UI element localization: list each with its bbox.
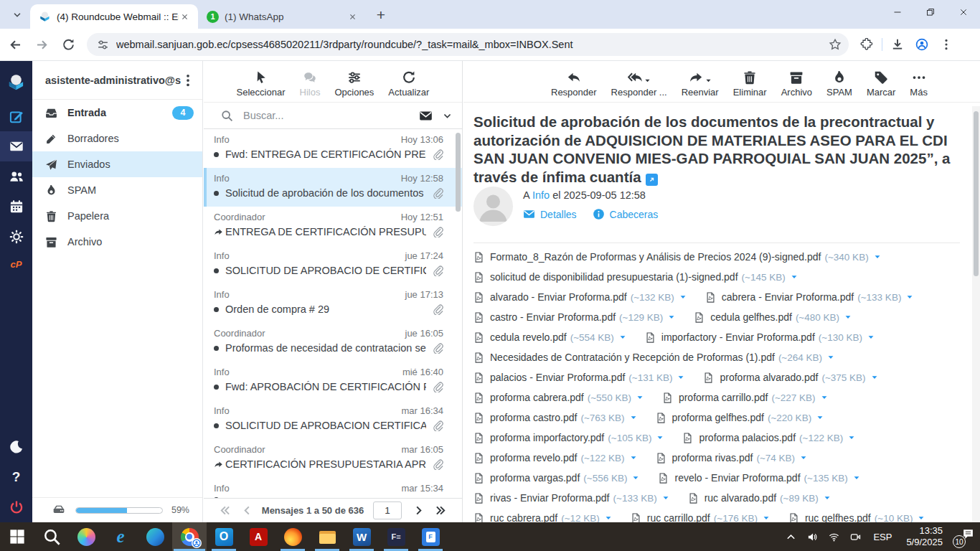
meet-now-button[interactable] bbox=[844, 522, 866, 551]
message-row[interactable]: Infomar 16:34 SOLICITUD DE APROBACION CE… bbox=[204, 400, 462, 439]
attachment-item[interactable]: proforma gelfhes.pdf (~220 KB) bbox=[656, 412, 824, 423]
folder-item-enviados[interactable]: Enviados bbox=[32, 151, 202, 177]
attachment-item[interactable]: imporfactory - Enviar Proforma.pdf (~130… bbox=[645, 331, 875, 343]
browser-menu-button[interactable] bbox=[936, 34, 957, 55]
taskbar-copilot-button[interactable] bbox=[69, 522, 103, 551]
browser-tab[interactable]: 1 (1) WhatsApp bbox=[198, 4, 366, 29]
tray-expand-button[interactable] bbox=[780, 522, 801, 551]
site-settings-icon[interactable] bbox=[97, 39, 109, 51]
attachment-item[interactable]: cedula gelfhes.pdf (~480 KB) bbox=[694, 311, 852, 323]
volume-button[interactable] bbox=[801, 522, 823, 551]
recipient-link[interactable]: Info bbox=[532, 189, 550, 201]
mail-toolbar-reply-all-button[interactable]: Responder ... bbox=[611, 67, 667, 98]
taskbar-edge-button[interactable] bbox=[138, 522, 172, 551]
mail-scrollbar-thumb[interactable] bbox=[974, 111, 979, 276]
reload-button[interactable] bbox=[57, 33, 80, 56]
new-tab-button[interactable]: + bbox=[372, 6, 390, 24]
open-in-new-window-icon[interactable] bbox=[646, 174, 658, 186]
message-row[interactable]: Infojue 17:13 Orden de compra # 29 bbox=[204, 284, 462, 323]
cabeceras-link[interactable]: Cabeceras bbox=[593, 208, 659, 220]
tab-close-button[interactable] bbox=[347, 11, 359, 23]
attachment-item[interactable]: proforma rivas.pdf (~74 KB) bbox=[656, 452, 807, 463]
rail-help-button[interactable]: ? bbox=[0, 462, 32, 492]
profile-button[interactable] bbox=[911, 34, 933, 55]
taskbar-ie-button[interactable]: e bbox=[103, 522, 138, 551]
attachment-item[interactable]: ruc alvarado.pdf (~89 KB) bbox=[688, 492, 831, 504]
page-number-input[interactable] bbox=[373, 501, 402, 519]
attachment-item[interactable]: proforma alvarado.pdf (~375 KB) bbox=[703, 372, 877, 383]
minimize-button[interactable] bbox=[881, 0, 914, 24]
folder-item-borradores[interactable]: Borradores bbox=[32, 126, 202, 151]
folder-item-entrada[interactable]: Entrada 4 bbox=[32, 100, 202, 126]
language-indicator[interactable]: ESP bbox=[873, 532, 892, 542]
taskbar-start-button[interactable] bbox=[0, 522, 34, 551]
clock[interactable]: 13:35 5/9/2025 bbox=[906, 525, 943, 548]
attachment-item[interactable]: cedula revelo.pdf (~554 KB) bbox=[473, 331, 626, 343]
mail-toolbar-trash-button[interactable]: Eliminar bbox=[733, 67, 767, 98]
attachment-item[interactable]: castro - Enviar Proforma.pdf (~129 KB) bbox=[473, 311, 675, 323]
taskbar-search-button[interactable] bbox=[34, 522, 69, 551]
message-list-scrollbar[interactable] bbox=[456, 133, 461, 212]
network-button[interactable] bbox=[823, 522, 844, 551]
message-row[interactable]: InfoHoy 13:06 Fwd: ENTREGA DE CERTIFICAC… bbox=[204, 129, 462, 168]
list-toolbar-refresh-button[interactable]: Actualizar bbox=[388, 67, 429, 98]
attachment-item[interactable]: palacios - Enviar Proforma.pdf (~131 KB) bbox=[473, 372, 684, 383]
folder-item-papelera[interactable]: Papelera bbox=[32, 203, 202, 229]
rail-contacts-button[interactable] bbox=[0, 161, 32, 192]
url-bar[interactable]: webmail.sanjuan.gob.ec/cpsess4685020211/… bbox=[87, 33, 849, 56]
rail-mail-button[interactable] bbox=[0, 131, 32, 161]
list-toolbar-threads-button[interactable]: Hilos bbox=[300, 67, 321, 98]
rail-calendar-button[interactable] bbox=[0, 192, 32, 222]
taskbar-outlook-button[interactable]: O bbox=[207, 522, 241, 551]
attachment-item[interactable]: solicitud de disponibilidad presupuestar… bbox=[473, 271, 798, 283]
search-options-chevron-icon[interactable] bbox=[443, 111, 452, 121]
attachment-item[interactable]: proforma carrillo.pdf (~227 KB) bbox=[662, 392, 828, 403]
rail-compose-button[interactable] bbox=[0, 101, 32, 131]
taskbar-word-button[interactable]: W bbox=[344, 522, 379, 551]
message-row[interactable]: Infomar 15:34 bbox=[204, 478, 462, 498]
list-toolbar-select-button[interactable]: Seleccionar bbox=[237, 67, 286, 98]
mail-toolbar-tag-button[interactable]: Marcar bbox=[867, 67, 895, 98]
mail-toolbar-more-button[interactable]: Más bbox=[910, 67, 928, 98]
message-row[interactable]: Infojue 17:24 SOLICITUD DE APROBACIO DE … bbox=[204, 245, 462, 284]
next-page-icon[interactable] bbox=[413, 505, 424, 516]
tab-search-button[interactable] bbox=[7, 5, 27, 25]
bookmark-star-icon[interactable] bbox=[829, 38, 842, 51]
browser-tab[interactable]: (4) Roundcube Webmail :: Envia bbox=[30, 4, 198, 29]
attachment-item[interactable]: alvarado - Enviar Proforma.pdf (~132 KB) bbox=[473, 291, 687, 303]
restore-button[interactable] bbox=[914, 0, 947, 24]
mail-toolbar-reply-button[interactable]: Responder bbox=[551, 67, 597, 98]
attachment-item[interactable]: proforma imporfactory.pdf (~105 KB) bbox=[473, 432, 664, 443]
message-row[interactable]: CoordinadorHoy 12:51 ENTREGA DE CERTIFIC… bbox=[204, 207, 462, 245]
attachment-item[interactable]: proforma vargas.pdf (~556 KB) bbox=[473, 472, 639, 484]
list-toolbar-options-button[interactable]: Opciones bbox=[334, 67, 374, 98]
attachment-item[interactable]: revelo - Enviar Proforma.pdf (~135 KB) bbox=[658, 472, 859, 484]
url-text[interactable]: webmail.sanjuan.gob.ec/cpsess4685020211/… bbox=[116, 39, 829, 50]
first-page-icon[interactable] bbox=[220, 505, 230, 516]
detalles-link[interactable]: Detalles bbox=[523, 208, 577, 220]
taskbar-explorer-button[interactable] bbox=[310, 522, 344, 551]
message-row[interactable]: Infomié 16:40 Fwd: APROBACIÓN DE CERTIFI… bbox=[204, 362, 462, 400]
search-input[interactable] bbox=[243, 110, 419, 121]
mail-toolbar-forward-button[interactable]: Reenviar bbox=[682, 67, 719, 98]
extensions-button[interactable] bbox=[856, 34, 877, 55]
notification-center-button[interactable]: 10 bbox=[950, 522, 980, 551]
forward-button[interactable] bbox=[30, 33, 53, 56]
folder-item-spam[interactable]: SPAM bbox=[32, 177, 202, 203]
mail-toolbar-spam-button[interactable]: SPAM bbox=[826, 67, 852, 98]
attachment-item[interactable]: Necesidades de Contratación y Recepción … bbox=[473, 352, 834, 363]
rail-logout-button[interactable] bbox=[0, 492, 32, 522]
rail-settings-button[interactable] bbox=[0, 222, 32, 252]
close-window-button[interactable] bbox=[947, 0, 980, 24]
tab-close-button[interactable] bbox=[179, 11, 191, 23]
search-scope-mail-icon[interactable] bbox=[419, 109, 433, 123]
taskbar-firefox-button[interactable] bbox=[275, 522, 310, 551]
attachment-item[interactable]: rivas - Enviar Proforma.pdf (~133 KB) bbox=[473, 492, 669, 504]
taskbar-fes-button[interactable]: F≡ bbox=[379, 522, 413, 551]
back-button[interactable] bbox=[4, 33, 27, 56]
last-page-icon[interactable] bbox=[435, 505, 446, 516]
taskbar-chrome-button[interactable] bbox=[172, 522, 207, 551]
attachment-item[interactable]: proforma palacios.pdf (~122 KB) bbox=[682, 432, 855, 443]
message-row[interactable]: Coordinadorjue 16:05 Proformas de necesi… bbox=[204, 323, 462, 362]
folder-item-archivo[interactable]: Archivo bbox=[32, 229, 202, 255]
